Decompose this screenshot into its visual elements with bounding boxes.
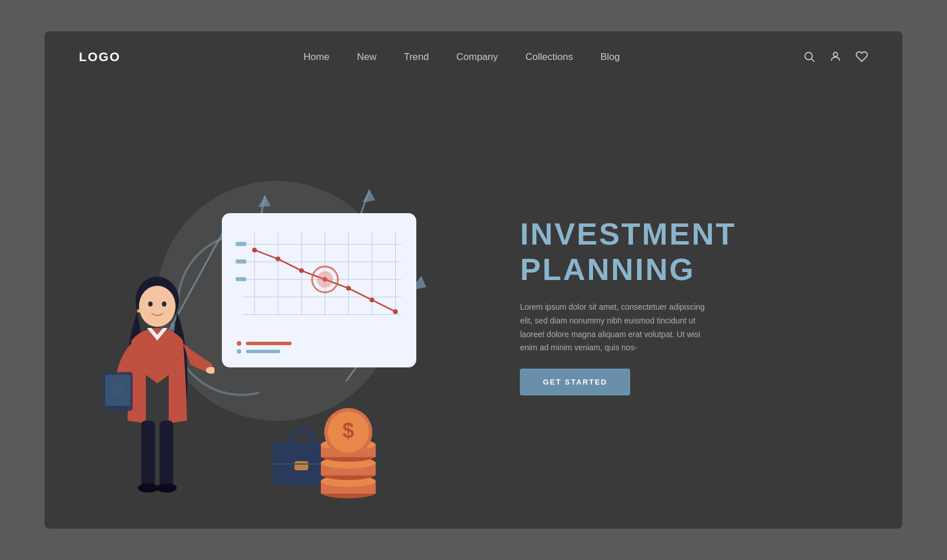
- nav-item-company[interactable]: Company: [456, 51, 498, 63]
- nav-icons: [803, 50, 868, 65]
- nav-link-new[interactable]: New: [357, 51, 376, 62]
- legend-item-2: [237, 349, 407, 354]
- navbar: LOGO Home New Trend Company Collections …: [45, 31, 902, 83]
- svg-line-1: [811, 59, 814, 62]
- text-area: INVESTMENT PLANNING Lorem ipsum dolor si…: [508, 193, 902, 418]
- svg-point-30: [299, 268, 304, 273]
- svg-point-34: [393, 309, 398, 314]
- chart-grid: [231, 222, 407, 337]
- nav-item-collections[interactable]: Collections: [526, 51, 573, 63]
- hero-title: INVESTMENT PLANNING: [520, 216, 868, 287]
- nav-item-new[interactable]: New: [357, 51, 376, 63]
- svg-rect-46: [141, 421, 155, 489]
- nav-link-company[interactable]: Company: [456, 51, 498, 62]
- nav-item-blog[interactable]: Blog: [600, 51, 620, 63]
- svg-point-36: [317, 271, 333, 288]
- get-started-button[interactable]: GET STARTED: [520, 369, 630, 395]
- svg-text:$: $: [343, 419, 354, 442]
- chart-board: [222, 213, 416, 367]
- svg-marker-6: [258, 195, 270, 207]
- svg-point-0: [805, 52, 813, 59]
- svg-marker-8: [363, 190, 375, 202]
- heart-icon[interactable]: [856, 50, 868, 65]
- nav-item-trend[interactable]: Trend: [404, 51, 429, 63]
- hero-title-line2: PLANNING: [520, 252, 695, 286]
- svg-rect-26: [236, 259, 246, 263]
- svg-point-39: [148, 302, 153, 307]
- nav-link-blog[interactable]: Blog: [600, 51, 620, 62]
- legend-dot-2: [237, 349, 241, 354]
- svg-point-32: [347, 286, 351, 290]
- person-figure: [100, 261, 214, 506]
- illustration-area: $: [45, 83, 508, 529]
- nav-link-home[interactable]: Home: [304, 51, 329, 62]
- svg-rect-27: [236, 277, 246, 281]
- nav-links: Home New Trend Company Collections Blog: [304, 51, 620, 63]
- search-icon[interactable]: [803, 50, 815, 65]
- svg-point-2: [833, 52, 837, 56]
- hero-description: Lorem ipsum dolor sit amet, consectetuer…: [520, 301, 714, 355]
- legend-bar-1: [246, 342, 292, 345]
- legend-bar-2: [246, 350, 280, 353]
- svg-rect-44: [105, 375, 130, 406]
- svg-point-41: [137, 309, 141, 313]
- svg-rect-51: [295, 461, 308, 470]
- nav-item-home[interactable]: Home: [304, 51, 329, 63]
- nav-link-collections[interactable]: Collections: [526, 51, 573, 62]
- chart-legend: [231, 341, 407, 354]
- svg-point-38: [139, 286, 176, 327]
- svg-point-28: [252, 248, 257, 253]
- user-icon[interactable]: [829, 50, 842, 65]
- svg-rect-47: [160, 421, 173, 489]
- svg-point-40: [162, 302, 166, 307]
- svg-rect-25: [236, 242, 246, 246]
- logo[interactable]: LOGO: [79, 50, 121, 65]
- svg-point-48: [138, 483, 158, 493]
- svg-point-49: [156, 483, 177, 493]
- legend-item-1: [237, 341, 407, 346]
- hero-title-line1: INVESTMENT: [520, 217, 736, 251]
- page-frame: LOGO Home New Trend Company Collections …: [45, 31, 902, 529]
- svg-point-33: [370, 298, 375, 302]
- main-content: $ INVESTMENT PLANNING Lorem ipsum dolor …: [45, 83, 902, 529]
- nav-link-trend[interactable]: Trend: [404, 51, 429, 62]
- svg-point-29: [276, 257, 280, 261]
- coins-figure: $: [314, 408, 383, 502]
- legend-dot-1: [237, 341, 241, 346]
